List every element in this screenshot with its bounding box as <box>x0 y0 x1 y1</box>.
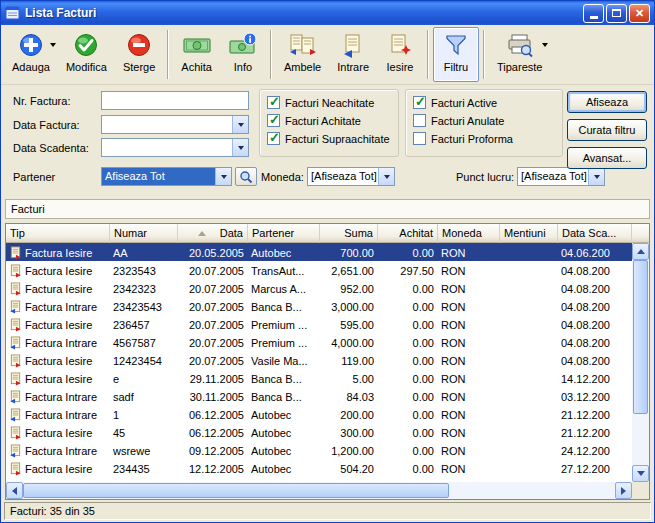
cell-suma: 200.00 <box>320 405 378 423</box>
nr-factura-input[interactable] <box>101 91 249 110</box>
vertical-scroll-track[interactable] <box>632 260 649 465</box>
curata-filtru-button[interactable]: Curata filtru <box>567 119 647 141</box>
column-header-moneda[interactable]: Moneda <box>438 224 500 243</box>
invoice-type-label: Factura Intrare <box>25 337 97 349</box>
table-row[interactable]: Factura Iesire4506.12.2005Autobec300.000… <box>6 423 632 441</box>
punct-lucru-combo[interactable]: [Afiseaza Tot] <box>517 167 605 186</box>
data-factura-combo[interactable] <box>101 115 249 134</box>
cell-numar: AA <box>110 243 178 261</box>
column-header-suma[interactable]: Suma <box>320 224 378 243</box>
table-row[interactable]: Factura IesireAA20.05.2005Autobec700.000… <box>6 243 632 261</box>
cell-numar: 2323543 <box>110 261 178 279</box>
toolbar-button-label: Adauga <box>12 61 50 73</box>
table-header: Tip Numar Data Partener Suma Achitat Mon… <box>6 224 649 243</box>
invoice-type-label: Factura Iesire <box>25 247 92 259</box>
toolbar-button-intrare[interactable]: Intrare <box>329 27 377 82</box>
close-button[interactable]: ✕ <box>629 4 650 23</box>
horizontal-scrollbar[interactable] <box>6 482 632 499</box>
column-header-achitat[interactable]: Achitat <box>378 224 438 243</box>
combo-dropdown-button[interactable] <box>378 168 394 185</box>
column-header-label: Mentiuni <box>504 227 546 239</box>
partener-combo[interactable]: Afiseaza Tot <box>101 167 232 186</box>
maximize-button[interactable] <box>606 4 627 23</box>
horizontal-scroll-track[interactable] <box>23 482 615 499</box>
toolbar-button-iesire[interactable]: Iesire <box>377 27 423 82</box>
column-header-data-scadenta[interactable]: Data Sca... <box>558 224 632 243</box>
cell-data: 12.12.2005 <box>178 459 248 477</box>
partener-search-button[interactable] <box>235 167 257 186</box>
invoice-type-label: Factura Intrare <box>25 445 97 457</box>
scroll-down-button[interactable] <box>632 465 649 482</box>
cell-suma: 700.00 <box>320 243 378 261</box>
invoice-type-label: Factura Iesire <box>25 319 92 331</box>
toolbar-button-achita[interactable]: Achita <box>173 27 220 82</box>
toolbar-button-ambele[interactable]: Ambele <box>276 27 329 82</box>
incoming-invoice-icon <box>9 408 22 422</box>
checkbox-facturi-achitate[interactable]: Facturi Achitate <box>267 114 361 127</box>
checkbox-facturi-supraachitate[interactable]: Facturi Supraachitate <box>267 132 390 145</box>
outgoing-invoice-icon <box>9 282 22 296</box>
outgoing-invoice-icon <box>9 318 22 332</box>
toolbar-button-tipareste[interactable]: Tipareste <box>489 27 550 82</box>
cell-suma: 5.00 <box>320 369 378 387</box>
checkbox-facturi-active[interactable]: Facturi Active <box>413 96 497 109</box>
table-row[interactable]: Factura Intraresadf30.11.2005Banca B...8… <box>6 387 632 405</box>
table-row[interactable]: Factura Iesire1242345420.07.2005Vasile M… <box>6 351 632 369</box>
column-header-partener[interactable]: Partener <box>248 224 320 243</box>
column-header-tip[interactable]: Tip <box>6 224 110 243</box>
table-row[interactable]: Factura Iesire23443512.12.2005Autobec504… <box>6 459 632 477</box>
combo-value: [Afiseaza Tot] <box>308 168 378 185</box>
toolbar-button-label: Ambele <box>284 61 321 73</box>
horizontal-scroll-thumb[interactable] <box>23 483 449 498</box>
invoice-type-label: Factura Iesire <box>25 355 92 367</box>
scroll-right-button[interactable] <box>615 482 632 499</box>
combo-dropdown-button[interactable] <box>232 139 248 156</box>
column-header-mentiuni[interactable]: Mentiuni <box>500 224 558 243</box>
table-row[interactable]: Factura Intrare2342354320.07.2005Banca B… <box>6 297 632 315</box>
data-scadenta-combo[interactable] <box>101 138 249 157</box>
invoice-type-label: Factura Iesire <box>25 283 92 295</box>
toolbar-button-sterge[interactable]: Sterge <box>115 27 163 82</box>
filter-panel: Nr. Factura: Data Factura: Data Scadenta… <box>1 85 654 197</box>
cell-suma: 595.00 <box>320 315 378 333</box>
column-header-numar[interactable]: Numar <box>110 224 178 243</box>
vertical-scrollbar[interactable] <box>632 243 649 482</box>
table-row[interactable]: Factura Iesire234232320.07.2005Marcus A.… <box>6 279 632 297</box>
cell-achitat: 0.00 <box>378 333 438 351</box>
invoice-list: Tip Numar Data Partener Suma Achitat Mon… <box>5 223 650 500</box>
cell-tip: Factura Intrare <box>6 441 110 459</box>
toolbar-button-adauga[interactable]: Adauga <box>4 27 58 82</box>
cell-achitat: 0.00 <box>378 297 438 315</box>
cell-tip: Factura Intrare <box>6 333 110 351</box>
sort-ascending-icon <box>198 231 206 236</box>
combo-dropdown-button[interactable] <box>232 116 248 133</box>
checkbox-facturi-proforma[interactable]: Facturi Proforma <box>413 132 513 145</box>
combo-dropdown-button[interactable] <box>588 168 604 185</box>
chevron-down-icon <box>50 43 56 47</box>
combo-dropdown-button[interactable] <box>215 168 231 185</box>
checkbox-facturi-neachitate[interactable]: Facturi Neachitate <box>267 96 374 109</box>
table-row[interactable]: Factura Iesiree29.11.2005Banca B...5.000… <box>6 369 632 387</box>
toolbar-button-modifica[interactable]: Modifica <box>58 27 115 82</box>
toolbar-button-info[interactable]: Info <box>220 27 266 82</box>
scroll-left-button[interactable] <box>6 482 23 499</box>
avansat-button[interactable]: Avansat... <box>567 147 647 169</box>
checkbox-label: Facturi Anulate <box>431 115 504 127</box>
table-row[interactable]: Factura Intrarewsrewe09.12.2005Autobec1,… <box>6 441 632 459</box>
table-row[interactable]: Factura Intrare456758720.07.2005Premium … <box>6 333 632 351</box>
afiseaza-button[interactable]: Afiseaza <box>567 91 647 113</box>
toolbar-separator <box>167 30 169 79</box>
checkbox-facturi-anulate[interactable]: Facturi Anulate <box>413 114 504 127</box>
cell-data_scadenta: 03.12.200 <box>558 387 632 405</box>
column-header-data[interactable]: Data <box>178 224 248 243</box>
table-row[interactable]: Factura Iesire232354320.07.2005TransAut.… <box>6 261 632 279</box>
toolbar-separator <box>270 30 272 79</box>
toolbar-button-filtru[interactable]: Filtru <box>433 27 479 82</box>
table-row[interactable]: Factura Iesire23645720.07.2005Premium ..… <box>6 315 632 333</box>
vertical-scroll-thumb[interactable] <box>633 260 648 414</box>
moneda-combo[interactable]: [Afiseaza Tot] <box>307 167 395 186</box>
add-icon <box>18 31 44 59</box>
scroll-up-button[interactable] <box>632 243 649 260</box>
table-row[interactable]: Factura Intrare106.12.2005Autobec200.000… <box>6 405 632 423</box>
minimize-button[interactable] <box>583 4 604 23</box>
